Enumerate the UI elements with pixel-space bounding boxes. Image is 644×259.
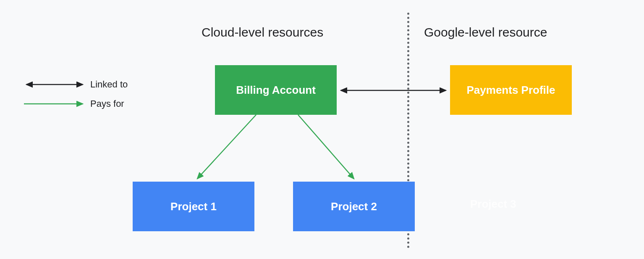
svg-line-9 xyxy=(197,115,256,179)
legend: Linked to Pays for xyxy=(23,79,128,118)
connector-billing-project1 xyxy=(193,115,260,182)
legend-row-linked-to: Linked to xyxy=(23,79,128,90)
legend-arrow-bidirectional-icon xyxy=(23,79,86,90)
legend-label-pays-for: Pays for xyxy=(90,98,124,109)
svg-line-11 xyxy=(298,115,354,179)
payments-profile-box: Payments Profile xyxy=(450,65,572,115)
project-3-ghost: Project 3 xyxy=(470,198,516,211)
project-2-box: Project 2 xyxy=(293,182,415,231)
heading-cloud-level: Cloud-level resources xyxy=(202,25,323,40)
connector-billing-project2 xyxy=(294,115,361,182)
project-1-box: Project 1 xyxy=(133,182,254,231)
billing-account-box: Billing Account xyxy=(215,65,337,115)
heading-google-level: Google-level resource xyxy=(424,25,547,40)
legend-label-linked-to: Linked to xyxy=(90,79,128,90)
connector-billing-payments xyxy=(337,84,450,97)
legend-arrow-unidirectional-icon xyxy=(23,99,86,109)
legend-row-pays-for: Pays for xyxy=(23,98,128,109)
